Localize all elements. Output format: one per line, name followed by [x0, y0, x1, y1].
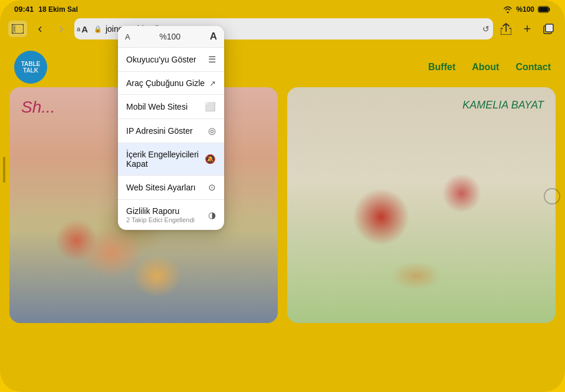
reader-icon: ☰ [208, 54, 216, 65]
font-percent-display: %100 [159, 32, 180, 41]
hide-toolbar-icon: ↗ [209, 79, 216, 88]
menu-item-disable-blockers[interactable]: İçerik Engelleyicileri Kapat 🔕 [118, 143, 224, 176]
menu-item-website-settings[interactable]: Web Sitesi Ayarları ⊙ [118, 176, 224, 200]
privacy-report-icon: ◑ [208, 210, 216, 220]
privacy-report-subtext: 2 Takip Edici Engellendi [126, 216, 195, 223]
menu-item-hide-toolbar-content: Araç Çubuğunu Gizle [126, 78, 205, 88]
menu-item-hide-toolbar[interactable]: Araç Çubuğunu Gizle ↗ [118, 72, 224, 95]
menu-item-mobile-site-content: Mobil Web Sitesi [126, 102, 188, 111]
menu-item-privacy-report[interactable]: Gizlilik Raporu 2 Takip Edici Engellendi… [118, 200, 224, 230]
device-frame: TABLE TALK Buffet About Contact Sh... KA… [0, 0, 565, 392]
website-settings-icon: ⊙ [208, 182, 216, 193]
font-decrease-button[interactable]: A [125, 32, 130, 41]
menu-item-reader-content: Okuyucu'yu Göster [126, 55, 196, 64]
menu-item-privacy-report-content: Gizlilik Raporu 2 Takip Edici Engellendi [126, 206, 195, 223]
side-button-left[interactable] [3, 157, 5, 183]
dropdown-overlay [0, 0, 565, 392]
menu-item-reader[interactable]: Okuyucu'yu Göster ☰ [118, 48, 224, 72]
menu-item-show-ip-content: IP Adresini Göster [126, 126, 193, 136]
menu-item-website-settings-content: Web Sitesi Ayarları [126, 183, 196, 192]
home-button[interactable] [544, 188, 560, 205]
font-increase-button[interactable]: A [210, 31, 217, 42]
aa-header: A %100 A [118, 26, 224, 48]
menu-item-mobile-site[interactable]: Mobil Web Sitesi ⬜ [118, 95, 224, 119]
menu-item-show-ip[interactable]: IP Adresini Göster ◎ [118, 119, 224, 143]
aa-dropdown: A %100 A Okuyucu'yu Göster ☰ Araç Çubuğu… [118, 26, 224, 230]
disable-blockers-icon: 🔕 [205, 154, 216, 164]
show-ip-icon: ◎ [208, 126, 216, 136]
menu-item-disable-blockers-content: İçerik Engelleyicileri Kapat [126, 150, 205, 169]
mobile-site-icon: ⬜ [205, 101, 216, 112]
